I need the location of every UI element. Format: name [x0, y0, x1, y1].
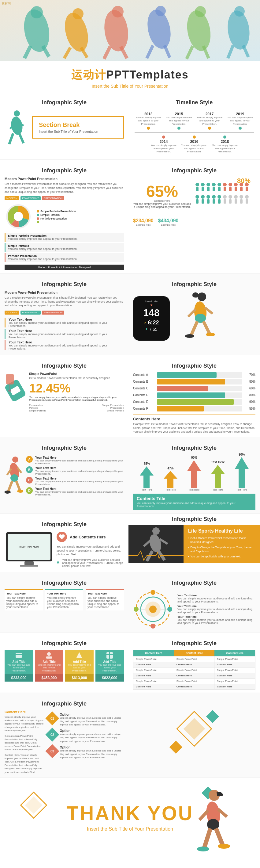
life-sports-text: Life Sports Healthy Life •Get a Modern P…: [184, 525, 260, 563]
svg-point-40: [201, 183, 205, 186]
contents-here-desc: Example Text. Get a modern PowerPoint Pr…: [133, 422, 255, 434]
card-icon-2: [45, 652, 53, 659]
runner-silhouette: [128, 525, 184, 562]
svg-rect-59: [196, 199, 198, 204]
svg-point-58: [195, 195, 199, 199]
option-02-num: 02: [50, 733, 54, 737]
grid-r3c2: Simple PowerPoint: [174, 668, 215, 673]
item-b-text: Your Text Here: [35, 466, 124, 470]
svg-point-124: [167, 607, 172, 612]
label-presentation-2: Presentation: [110, 407, 124, 409]
portfolio-item-1: Simple Portfolio Presentation You can si…: [5, 233, 124, 242]
grid-row-3: Simple PowerPoint Simple PowerPoint Simp…: [134, 667, 255, 673]
bar-a: Contents A 70%: [133, 372, 255, 378]
grid-r3c3: Simple PowerPoint: [214, 668, 255, 673]
life-sports-col: Infographic Style: [128, 514, 260, 572]
svg-line-95: [8, 481, 12, 491]
option-02-label: Option: [60, 729, 124, 733]
svg-marker-105: [235, 457, 249, 488]
price-label-1: Example Title: [133, 223, 154, 226]
timeline-text-3: You can simply improve and appeal to you…: [226, 116, 254, 126]
grid-r4c2: Content Here: [174, 673, 215, 678]
diamond-decor-1: [18, 790, 49, 822]
option-01-label: Option: [60, 713, 124, 716]
svg-rect-63: [207, 199, 210, 204]
option-03: 03 Option You can simply improve your au…: [47, 745, 124, 760]
svg-rect-43: [207, 187, 210, 191]
svg-point-25: [14, 111, 20, 117]
bar-d: Contents D 80%: [133, 393, 255, 398]
svg-point-125: [150, 624, 155, 628]
grid-r6c1: Content Here: [134, 684, 174, 689]
main-subtitle: Insert the Sub Tittle of Your Presentati…: [0, 84, 260, 89]
svg-line-81: [191, 321, 197, 335]
text-col-3: Your Text Here You can simply improve yo…: [86, 589, 124, 611]
runner-woman: [174, 291, 223, 346]
runner-left: [5, 109, 29, 146]
circle-text-2: Your Text Here You can simply improve yo…: [177, 604, 255, 614]
arrows-col: Infographic Style 65% Text Here 47% Text…: [128, 437, 260, 513]
modern-ppt-title: Modern PowerPoint Presentation: [5, 177, 124, 181]
add-contents-block: Add Contents Here: [57, 532, 124, 542]
svg-line-116: [147, 551, 152, 561]
svg-line-28: [19, 133, 24, 143]
main-title: 运动计PPTTemplates: [0, 67, 260, 83]
modern-ppt-2: Modern PowerPoint Presentation: [5, 291, 124, 294]
svg-line-118: [144, 540, 150, 546]
timeline: 2013 You can simply improve and appeal t…: [133, 109, 255, 156]
tag-presentation-2: PRESENTATION: [42, 311, 64, 315]
svg-point-115: [148, 533, 163, 553]
grid-r6c3: Content Here: [214, 684, 255, 689]
arrow-5: [235, 457, 249, 488]
year-2013: 2013: [135, 112, 162, 116]
stat-desc-1: You can simply improve your audience and…: [133, 203, 191, 209]
text-col-3-desc: You can simply improve your audience and…: [87, 596, 122, 609]
svg-point-52: [234, 183, 238, 186]
year-2018: 2018: [211, 140, 238, 144]
text-col-1: Your Text Here You can simply improve yo…: [5, 589, 43, 611]
tags-row: MODERN POWERPOINT PRESENTATION: [5, 196, 124, 200]
text-item-2: Your Text Here You can simply improve yo…: [5, 329, 124, 339]
grid-row-5: Simple PowerPoint Simple PowerPoint Simp…: [134, 678, 255, 684]
infographic-label-8: Infographic Style: [5, 640, 124, 647]
your-text-desc-2: You can simply improve your audience and…: [8, 333, 124, 339]
svg-point-113: [57, 561, 59, 563]
your-text-desc-1: You can simply improve your audience and…: [8, 321, 124, 328]
options-desc-3: Content Here. You can simply improve you…: [5, 753, 44, 774]
svg-point-94: [10, 474, 18, 482]
svg-point-123: [150, 590, 155, 595]
grid-table-col: Infographic Style Content Here Content H…: [128, 632, 260, 693]
svg-point-48: [223, 183, 227, 186]
runner-woman-2: [5, 456, 23, 496]
options-layout: Content Here You can simply improve your…: [5, 710, 124, 774]
svg-rect-73: [235, 199, 237, 204]
card-icon-1: [15, 652, 23, 659]
svg-line-150: [204, 829, 211, 847]
svg-rect-77: [246, 199, 248, 204]
content-here-1: Content Here: [133, 199, 191, 203]
card-title-4: Add Title: [103, 660, 116, 663]
grid-h2: Content Here: [174, 650, 215, 656]
portfolio-title-2: Simple Portfolio: [8, 244, 121, 247]
price-2: $434,090: [158, 218, 179, 223]
svg-point-18: [195, 6, 206, 17]
svg-line-96: [16, 481, 20, 490]
infographic-label-2r: Infographic Style: [133, 167, 255, 174]
tag-modern-2: MODERN: [5, 311, 19, 315]
infographic-label-3: Infographic Style: [5, 281, 124, 288]
timeline-text-2: You can simply improve and appeal to you…: [196, 116, 223, 126]
item-b-desc: You can simply improve your audience and…: [35, 470, 124, 475]
option-03-num: 03: [50, 749, 54, 753]
percent-12: 12.45%: [29, 382, 124, 394]
your-text-1: Your Text Here: [8, 318, 124, 321]
infographic-label-6r: Infographic Style: [128, 514, 260, 525]
portfolio-item-2: Simple Portfolio You can simply improve …: [5, 243, 124, 252]
life-sports-banner: Life Sports Healthy Life •Get a Modern P…: [128, 525, 260, 563]
portfolio-title-3: Portfolio Presentation: [8, 254, 121, 257]
label-simple-portfolio: Simple Portfolio: [29, 409, 46, 412]
heart-rate-label: Heart rate: [136, 300, 167, 303]
grid-h1: Content Here: [134, 650, 174, 656]
bar-e: Contents E 90%: [133, 399, 255, 405]
svg-point-44: [212, 183, 216, 186]
svg-point-64: [212, 195, 216, 199]
